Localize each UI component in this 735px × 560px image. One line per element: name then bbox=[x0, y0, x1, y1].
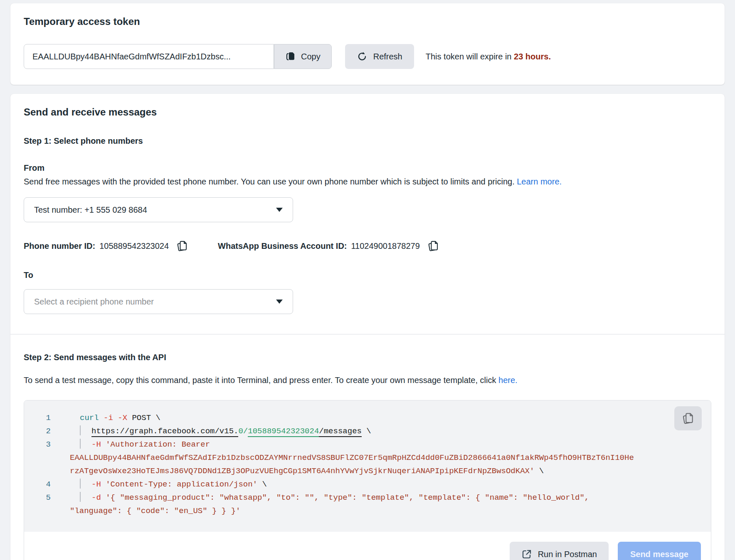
copy-pages-icon bbox=[682, 412, 694, 425]
copy-token-button[interactable]: Copy bbox=[274, 44, 332, 69]
section-divider bbox=[10, 334, 725, 334]
curl-code-block: 1curl -i -X POST \2https://graph.faceboo… bbox=[24, 400, 711, 532]
from-number-selected-value: Test number: +1 555 029 8684 bbox=[34, 205, 147, 215]
code-row: rzATgevOsWxe23HoTEJmsJ86VQ7DDNd1ZBj3OPuz… bbox=[36, 464, 700, 478]
code-line-number: 4 bbox=[36, 478, 51, 491]
token-expire-text: This token will expire in 23 hours. bbox=[426, 52, 551, 61]
code-row: 3-H 'Authorization: Bearer bbox=[36, 438, 700, 451]
step2-description: To send a test message, copy this comman… bbox=[24, 374, 647, 387]
code-line-content: EAALLDUBpy44BAHNfaeGdmfWfSZAdIFzb1DzbscO… bbox=[70, 451, 634, 464]
code-footer: Run in Postman Send message bbox=[24, 532, 711, 560]
copy-code-button[interactable] bbox=[674, 406, 702, 430]
code-line-content: curl -i -X POST \ bbox=[70, 411, 160, 425]
run-in-postman-label: Run in Postman bbox=[538, 550, 597, 559]
copy-waba-id-button[interactable] bbox=[427, 239, 440, 253]
copy-button-label: Copy bbox=[301, 52, 321, 61]
code-line-number bbox=[36, 504, 51, 518]
learn-more-link[interactable]: Learn more. bbox=[517, 177, 562, 186]
copy-icon bbox=[285, 51, 295, 62]
code-line-content: https://graph.facebook.com/v15.0/1058895… bbox=[70, 425, 371, 438]
refresh-token-button[interactable]: Refresh bbox=[345, 44, 414, 69]
curl-command-card: 1curl -i -X POST \2https://graph.faceboo… bbox=[24, 400, 711, 560]
copy-pages-icon bbox=[176, 240, 188, 252]
run-in-postman-button[interactable]: Run in Postman bbox=[510, 542, 609, 560]
code-line-number: 3 bbox=[36, 438, 51, 451]
from-label: From bbox=[24, 163, 711, 173]
code-line-content: -H 'Content-Type: application/json' \ bbox=[70, 478, 267, 491]
step2-description-text: To send a test message, copy this comman… bbox=[24, 376, 498, 385]
code-row: 2https://graph.facebook.com/v15.0/105889… bbox=[36, 425, 700, 438]
indent-guide bbox=[80, 492, 81, 502]
code-lines: 1curl -i -X POST \2https://graph.faceboo… bbox=[36, 411, 700, 518]
token-input-group: Copy bbox=[24, 44, 332, 69]
code-line-number bbox=[36, 464, 51, 478]
access-token-input[interactable] bbox=[24, 44, 274, 69]
code-line-number: 1 bbox=[36, 411, 51, 425]
phone-number-id-value: 105889542323024 bbox=[99, 241, 169, 251]
to-number-select[interactable]: Select a recipient phone number bbox=[24, 289, 293, 314]
copy-phone-number-id-button[interactable] bbox=[175, 239, 189, 253]
code-line-number: 5 bbox=[36, 491, 51, 504]
code-line-content: -d '{ "messaging_product": "whatsapp", "… bbox=[70, 491, 589, 504]
from-number-select[interactable]: Test number: +1 555 029 8684 bbox=[24, 197, 293, 222]
expire-text-prefix: This token will expire in bbox=[426, 52, 514, 61]
to-number-placeholder: Select a recipient phone number bbox=[34, 297, 154, 307]
phone-number-id-label: Phone number ID: bbox=[24, 241, 95, 251]
code-row: 1curl -i -X POST \ bbox=[36, 411, 700, 425]
refresh-icon bbox=[357, 51, 368, 62]
code-row: 5-d '{ "messaging_product": "whatsapp", … bbox=[36, 491, 700, 504]
waba-id-item: WhatsApp Business Account ID: 1102490018… bbox=[218, 239, 440, 253]
send-receive-messages-card: Send and receive messages Step 1: Select… bbox=[10, 94, 725, 560]
waba-id-value: 110249001878279 bbox=[351, 241, 419, 251]
chevron-down-icon bbox=[276, 208, 283, 212]
copy-pages-icon bbox=[427, 240, 439, 252]
code-line-content: -H 'Authorization: Bearer bbox=[70, 438, 210, 451]
code-row: EAALLDUBpy44BAHNfaeGdmfWfSZAdIFzb1DzbscO… bbox=[36, 451, 700, 464]
code-row: "language": { "code": "en_US" } } }' bbox=[36, 504, 700, 518]
from-description: Send free messages with the provided tes… bbox=[24, 175, 647, 188]
send-message-button[interactable]: Send message bbox=[618, 542, 701, 560]
chevron-down-icon bbox=[276, 300, 283, 304]
expire-text-hours: 23 hours. bbox=[514, 52, 551, 61]
step1-heading: Step 1: Select phone numbers bbox=[24, 136, 711, 146]
indent-guide bbox=[80, 439, 81, 449]
to-label: To bbox=[24, 270, 711, 280]
code-line-content: "language": { "code": "en_US" } } }' bbox=[70, 504, 240, 518]
external-link-icon bbox=[521, 549, 532, 560]
code-row: 4-H 'Content-Type: application/json' \ bbox=[36, 478, 700, 491]
phone-number-id-item: Phone number ID: 105889542323024 bbox=[24, 239, 189, 253]
code-line-number: 2 bbox=[36, 425, 51, 438]
messages-card-title: Send and receive messages bbox=[24, 106, 711, 118]
ids-row: Phone number ID: 105889542323024 WhatsAp… bbox=[24, 239, 711, 253]
token-card-title: Temporary access token bbox=[24, 16, 711, 27]
token-row: Copy Refresh This token will expire in 2… bbox=[24, 44, 711, 69]
here-link[interactable]: here. bbox=[498, 376, 518, 385]
waba-id-label: WhatsApp Business Account ID: bbox=[218, 241, 347, 251]
refresh-button-label: Refresh bbox=[373, 52, 402, 61]
step2-heading: Step 2: Send messages with the API bbox=[24, 353, 711, 362]
indent-guide bbox=[80, 479, 81, 489]
temporary-access-token-card: Temporary access token Copy bbox=[10, 3, 725, 85]
indent-guide bbox=[80, 425, 81, 435]
code-line-content: rzATgevOsWxe23HoTEJmsJ86VQ7DDNd1ZBj3OPuz… bbox=[70, 464, 544, 478]
code-line-number bbox=[36, 451, 51, 464]
from-description-text: Send free messages with the provided tes… bbox=[24, 177, 517, 186]
